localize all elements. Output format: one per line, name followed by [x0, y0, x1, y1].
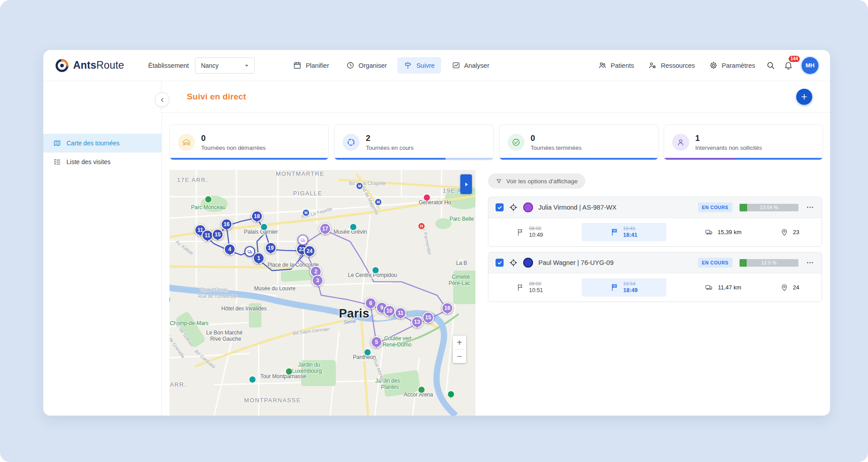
- distance: 15,39 km: [705, 228, 741, 236]
- map-marker-purple-13[interactable]: 13: [411, 316, 423, 328]
- more-options-icon[interactable]: [806, 203, 814, 212]
- map-label: Le Centre Pompidou: [369, 272, 376, 278]
- map-label: La B: [459, 260, 465, 266]
- end-time-planned: 16:54: [623, 281, 637, 287]
- establishment-group: Établissement Nancy: [148, 58, 255, 74]
- locate-icon[interactable]: [509, 203, 518, 212]
- map-marker-purple-16[interactable]: 16: [442, 302, 453, 314]
- route-checkbox[interactable]: [496, 259, 504, 267]
- map-marker-blue-18[interactable]: 18: [251, 210, 263, 222]
- map-region[interactable]: 17E ARR.MONTMARTREPIGALLE19E AMONTPARNAS…: [169, 170, 475, 416]
- sidebar-item-label: Carte des tournées: [66, 140, 120, 147]
- map-marker-blue-16[interactable]: 16: [221, 219, 232, 230]
- map-marker-blue-24[interactable]: 24: [304, 245, 315, 257]
- nav-item-planifier[interactable]: Planifier: [287, 57, 335, 74]
- distance-value: 15,39 km: [718, 229, 741, 235]
- nav-item-analyser[interactable]: Analyser: [446, 57, 496, 74]
- plus-icon: [800, 92, 809, 101]
- map-label: Plantes: [381, 384, 399, 390]
- zoom-out-button[interactable]: −: [453, 350, 466, 363]
- panel-expand-button[interactable]: [460, 174, 472, 194]
- map-label: Parc Monceau: [191, 204, 225, 210]
- establishment-dropdown[interactable]: Nancy: [195, 58, 255, 74]
- route-list: Julia Virmond | AS-987-WXEN COURS13.04 %…: [488, 197, 822, 302]
- map-marker-purple-3[interactable]: 3: [312, 275, 323, 286]
- check-circle-icon: [508, 134, 525, 151]
- map-label: Cimetiè: [452, 274, 470, 280]
- stat-label: Tournées en cours: [366, 144, 413, 151]
- nav-item-param-tres[interactable]: Paramètres: [703, 57, 761, 74]
- route-header: Paul Wagner | 76-UYG-09EN COURS12.5 %: [488, 252, 822, 273]
- stat-label: Intervenants non sollicités: [695, 144, 762, 151]
- search-button[interactable]: [761, 57, 779, 74]
- back-button[interactable]: [155, 92, 169, 107]
- nav-item-suivre[interactable]: Suivre: [397, 57, 441, 74]
- map-marker-purple-10[interactable]: 10: [384, 305, 395, 317]
- stat-label: Tournées terminées: [531, 144, 582, 151]
- status-badge: EN COURS: [698, 258, 732, 268]
- more-options-icon[interactable]: [806, 258, 814, 267]
- app-logo: AntsRoute: [55, 58, 124, 73]
- flag-check-icon: [610, 283, 619, 292]
- end-time-actual: 18:49: [623, 287, 637, 294]
- nav-item-organiser[interactable]: Organiser: [340, 57, 393, 74]
- map-label: Bd de Grenelle: [169, 330, 186, 359]
- truck-icon: [705, 228, 713, 236]
- progress-bar: 13.04 %: [740, 204, 798, 211]
- start-time: 08:0010:51: [516, 281, 543, 294]
- sidebar-item-carte-des-tourn-es[interactable]: Carte des tournées: [43, 134, 161, 153]
- map-label: Seine: [343, 318, 356, 325]
- progress-bar: 12.5 %: [740, 259, 798, 267]
- nav-item-ressources[interactable]: Ressources: [642, 57, 701, 74]
- map-marker-purple-15[interactable]: 15: [422, 312, 434, 323]
- map-label: Musée du Louvre: [272, 285, 278, 292]
- map-label: PIGALLE: [293, 190, 322, 197]
- bell-icon: [784, 61, 793, 70]
- start-time: 08:0010:49: [516, 226, 543, 239]
- map-marker-blue-1[interactable]: 1: [253, 252, 265, 264]
- map-poi-green-icon: [418, 387, 425, 393]
- map-marker-blue-19[interactable]: 19: [265, 242, 277, 254]
- brand-name: AntsRoute: [73, 59, 124, 71]
- map-label: Champ-de-Mars: [170, 320, 209, 326]
- locate-icon[interactable]: [509, 258, 518, 267]
- user-avatar[interactable]: MH: [802, 57, 818, 74]
- distance: 11,47 km: [705, 283, 741, 292]
- map-poi-teal-icon: [249, 376, 256, 383]
- stat-value: 1: [695, 134, 762, 143]
- zoom-in-button[interactable]: +: [453, 336, 466, 349]
- add-button[interactable]: [796, 89, 812, 105]
- map-marker-purple-5[interactable]: 5: [371, 336, 382, 348]
- map-marker-blue-11[interactable]: 11: [202, 230, 213, 241]
- secondary-nav: PatientsRessourcesParamètres: [592, 57, 761, 74]
- page-header: Suivi en direct: [162, 81, 830, 113]
- map-poi-teal-icon: [350, 224, 356, 230]
- map-label: Jardin du: [298, 362, 320, 368]
- map-marker-purple-11[interactable]: 11: [395, 307, 406, 319]
- map-label: Jardin des: [375, 378, 400, 384]
- map-label: 17E ARR.: [177, 177, 208, 183]
- display-options-button[interactable]: Voir les options d'affichage: [488, 173, 585, 189]
- sidebar-item-liste-des-visites[interactable]: Liste des visites: [43, 153, 161, 171]
- start-time-actual: 10:51: [529, 287, 543, 294]
- app-background: AntsRoute Établissement Nancy PlanifierO…: [0, 0, 868, 462]
- vehicle-marker-purple[interactable]: [298, 235, 308, 245]
- person-icon: [672, 134, 689, 151]
- stops-value: 24: [793, 284, 799, 291]
- map-marker-blue-15[interactable]: 15: [212, 229, 223, 240]
- map-marker-blue-4[interactable]: 4: [224, 243, 236, 255]
- antsroute-logo-icon: [55, 58, 69, 73]
- calendar-icon: [293, 61, 302, 70]
- map-marker-purple-17[interactable]: 17: [319, 223, 331, 235]
- nav-item-patients[interactable]: Patients: [592, 57, 640, 74]
- establishment-value: Nancy: [201, 62, 219, 69]
- end-time-planned: 16:41: [623, 226, 637, 232]
- map-label: Bd Garibaldi: [194, 348, 217, 370]
- vehicle-marker-blue[interactable]: [244, 246, 255, 257]
- notifications-button[interactable]: 144: [779, 57, 797, 74]
- end-time: 16:5418:49: [582, 278, 666, 297]
- notification-badge: 144: [789, 56, 800, 62]
- workspace: 17E ARR.MONTMARTREPIGALLE19E AMONTPARNAS…: [169, 170, 823, 416]
- map-marker-purple-6[interactable]: 6: [365, 297, 376, 309]
- route-checkbox[interactable]: [496, 203, 504, 211]
